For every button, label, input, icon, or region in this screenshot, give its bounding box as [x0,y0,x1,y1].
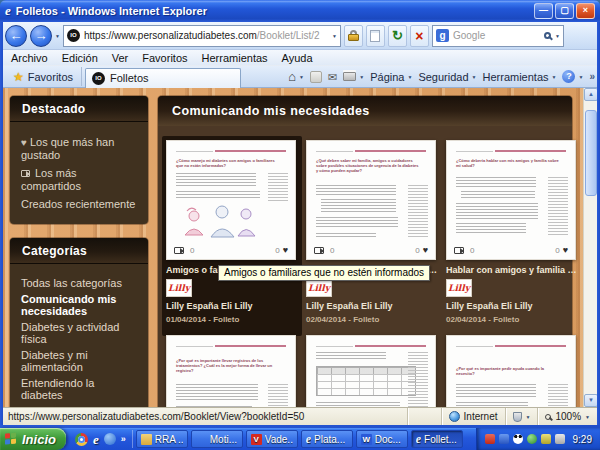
favorites-label: Favoritos [28,71,73,83]
search-input[interactable]: Google [453,30,540,41]
maximize-button[interactable]: ▢ [555,3,574,19]
sidebar-item-mas-gustado[interactable]: ♥Los que más han gustado [21,136,137,162]
menu-herramientas[interactable]: Herramientas [195,52,275,64]
start-button[interactable]: Inicio [0,428,66,450]
overflow-chevron-icon[interactable]: » [589,71,595,82]
booklet-card: ¿Por qué es importante llevar registros … [166,335,298,407]
globe-icon [449,411,460,422]
page-content: Destacado ♥Los que más han gustado Los m… [3,88,597,407]
refresh-button[interactable]: ↻ [388,25,407,47]
help-button[interactable]: ?▼ [562,70,583,83]
menu-ayuda[interactable]: Ayuda [275,52,320,64]
tray-icon[interactable] [485,434,495,444]
taskbar-button-doc[interactable]: WDoc... [356,430,408,448]
like-heart-icon[interactable]: ♥ [283,245,288,255]
people-illustration [181,203,261,241]
compatibility-view-button[interactable] [366,25,385,47]
forward-button[interactable]: → [30,25,52,47]
title-bar[interactable]: e Folletos - Windows Internet Explorer —… [0,0,600,22]
sidebar-item-mas-compartidos[interactable]: Los más compartidos [21,167,137,193]
thumb-table [316,366,416,396]
booklet-thumbnail[interactable]: ¿Cómo debería hablar con mis amigos y fa… [446,140,576,260]
security-menu-button[interactable]: Seguridad▼ [418,71,476,83]
booklet-card: ¿Por qué es importante pedir ayuda cuand… [446,335,578,407]
stop-icon: × [415,28,423,44]
share-count-icon[interactable] [314,247,324,254]
tab-bar: ★ Favoritos IO Folletos ⌂▼ ✉ ▼ Página▼ S… [0,66,600,88]
address-bar[interactable]: IO https://www.personalizatudiabetes.com… [63,25,341,47]
minimize-button[interactable]: — [534,3,553,19]
chrome-icon[interactable] [75,433,88,446]
booklet-publisher: Lilly España Eli Lilly [306,301,438,311]
tools-menu-label: Herramientas [483,71,549,83]
protected-mode-button[interactable]: ▼ [505,408,538,425]
sidebar-item-label: Los que más han gustado [21,136,114,161]
search-dropdown-icon[interactable]: ▼ [555,33,560,39]
share-count-icon[interactable] [174,247,184,254]
tab-folletos[interactable]: IO Folletos [85,68,241,88]
page-menu-button[interactable]: Página▼ [370,71,412,83]
app-icon[interactable] [104,433,116,445]
categories-title: Categorías [10,238,148,264]
tray-icon[interactable] [527,434,537,444]
tray-icon[interactable] [499,434,509,444]
booklet-title-link[interactable]: Hablar con amigos y familia sobre mi sal… [446,265,578,275]
taskbar-button-folletos[interactable]: eFollet... [411,430,463,448]
scrollbar-thumb[interactable] [585,110,597,196]
close-button[interactable]: × [576,3,595,19]
like-heart-icon[interactable]: ♥ [563,245,568,255]
zoom-control[interactable]: 100%▼ [537,408,597,425]
scroll-down-icon[interactable]: ▼ [584,394,597,407]
home-button[interactable]: ⌂▼ [288,71,304,83]
ie-icon[interactable]: e [93,433,99,446]
favorites-button[interactable]: ★ Favoritos [5,67,82,86]
booklet-thumbnail[interactable]: ¿Cómo manejo mi diabetes con amigos o fa… [166,140,296,260]
menu-bar: Archivo Edición Ver Favoritos Herramient… [0,50,600,66]
tab-label: Folletos [110,72,149,84]
taskbar-button-moti[interactable]: Moti... [191,430,243,448]
feeds-button[interactable] [310,71,322,83]
booklet-thumbnail[interactable] [306,335,436,407]
like-heart-icon[interactable]: ♥ [423,245,428,255]
sidebar-item-creados-recientemente[interactable]: Creados recientemente [21,198,137,211]
tools-menu-button[interactable]: Herramientas▼ [483,71,557,83]
mail-icon: ✉ [328,71,337,83]
search-magnifier-icon[interactable] [544,32,551,39]
category-alimentacion[interactable]: Diabetes y mi alimentación [21,349,137,373]
taskbar-button-vade[interactable]: VVade... [246,430,298,448]
scroll-up-icon[interactable]: ▲ [584,88,597,101]
url-text[interactable]: https://www.personalizatudiabetes.com/Bo… [84,30,328,41]
taskbar-button-rra[interactable]: RRA ... [136,430,188,448]
share-count-icon[interactable] [454,247,464,254]
booklet-card [306,335,438,407]
category-entendiendo[interactable]: Entendiendo la diabetes [21,377,137,401]
security-lock-button[interactable] [344,25,363,47]
print-button[interactable]: ▼ [343,72,364,81]
booklet-thumbnail[interactable]: ¿Por qué es importante pedir ayuda cuand… [446,335,576,407]
category-comunicando[interactable]: Comunicando mis necesidades [21,293,137,317]
menu-edicion[interactable]: Edición [55,52,105,64]
status-zone-label: Internet [464,411,498,422]
quick-launch-chevron-icon[interactable]: » [121,434,126,444]
tray-antivirus-icon[interactable] [513,434,523,444]
compatibility-icon [370,30,380,42]
menu-archivo[interactable]: Archivo [4,52,55,64]
mail-button[interactable]: ✉ [328,71,337,83]
thumb-title: ¿Qué deben saber mi familia, amigos o cu… [316,158,419,173]
booklet-thumbnail[interactable]: ¿Por qué es importante llevar registros … [166,335,296,407]
tray-icon[interactable] [541,434,551,444]
booklet-thumbnail[interactable]: ¿Qué deben saber mi familia, amigos o cu… [306,140,436,260]
vertical-scrollbar[interactable]: ▲ ▼ [583,88,597,407]
history-dropdown-icon[interactable]: ▼ [55,33,60,39]
thumb-title: ¿Cómo manejo mi diabetes con amigos o fa… [176,158,279,168]
stop-button[interactable]: × [410,25,429,47]
back-button[interactable]: ← [5,25,27,47]
category-todas[interactable]: Todas las categorías [21,277,137,289]
tray-printer-icon[interactable] [555,434,565,444]
search-box[interactable]: g Google ▼ [432,25,564,47]
category-actividad-fisica[interactable]: Diabetes y actividad física [21,321,137,345]
taskbar-button-plata[interactable]: ePlata... [301,430,353,448]
address-dropdown-icon[interactable]: ▼ [332,33,337,39]
menu-ver[interactable]: Ver [105,52,136,64]
menu-favoritos[interactable]: Favoritos [135,52,194,64]
